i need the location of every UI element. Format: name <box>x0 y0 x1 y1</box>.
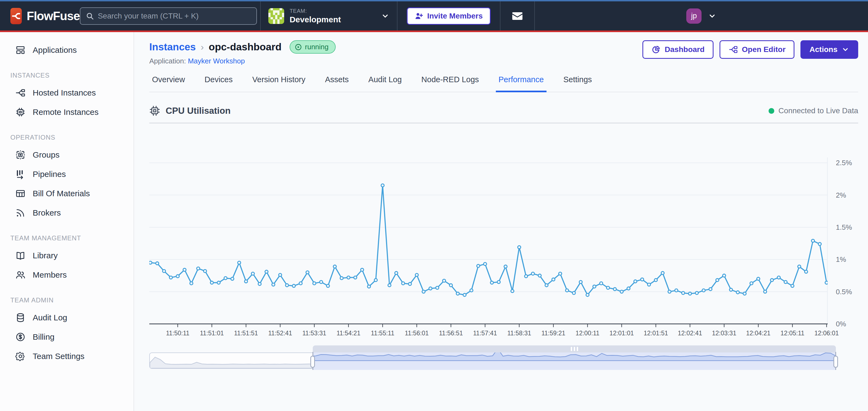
user-menu[interactable]: jp <box>535 8 868 24</box>
y-axis-tick-label: 1% <box>836 255 868 264</box>
sidebar-item-library[interactable]: Library <box>0 246 133 265</box>
library-icon <box>15 250 26 261</box>
team-selector[interactable]: TEAM: Development <box>261 8 397 24</box>
sidebar-item-audit-log[interactable]: Audit Log <box>0 308 133 327</box>
sidebar-item-hosted-instances[interactable]: Hosted Instances <box>0 83 133 102</box>
x-axis-tick-label: 12:06:01 <box>806 330 847 337</box>
brush-selection-window[interactable] <box>313 352 836 370</box>
brush-drag-handle[interactable] <box>313 345 836 352</box>
chevron-down-icon <box>708 12 716 20</box>
actions-button-label: Actions <box>809 45 837 54</box>
tab-node-red-logs[interactable]: Node-RED Logs <box>419 75 482 92</box>
main-content: Instances › opc-dashboard running Applic… <box>134 32 868 411</box>
tab-assets[interactable]: Assets <box>322 75 351 92</box>
tab-settings[interactable]: Settings <box>561 75 595 92</box>
tab-performance[interactable]: Performance <box>496 75 547 92</box>
sidebar-section-label: TEAM MANAGEMENT <box>10 234 133 242</box>
brush-selection[interactable] <box>313 345 836 370</box>
tab-devices[interactable]: Devices <box>202 75 236 92</box>
breadcrumb: Instances › opc-dashboard running <box>149 40 336 54</box>
live-status: Connected to Live Data <box>769 106 858 115</box>
tab-version-history[interactable]: Version History <box>250 75 308 92</box>
sidebar-section-label: INSTANCES <box>10 72 133 79</box>
audit-log-icon <box>15 312 26 323</box>
sidebar-item-label: Members <box>33 270 67 279</box>
sidebar-item-label: Library <box>33 251 58 260</box>
status-badge-label: running <box>305 43 329 51</box>
time-range-brush <box>149 345 836 370</box>
notifications-button[interactable] <box>500 10 534 22</box>
sidebar-item-label: Remote Instances <box>33 107 99 117</box>
logo-text: FlowFuse <box>27 9 80 23</box>
sidebar-item-pipelines[interactable]: Pipelines <box>0 164 133 184</box>
sidebar-item-members[interactable]: Members <box>0 265 133 284</box>
sidebar-item-billing[interactable]: Billing <box>0 327 133 346</box>
sidebar-item-bill-of-materials[interactable]: Bill Of Materials <box>0 184 133 203</box>
chart-pie-icon <box>651 45 661 54</box>
sidebar-item-label: Audit Log <box>33 313 67 322</box>
chevron-down-icon <box>381 12 389 20</box>
sidebar-item-team-settings[interactable]: Team Settings <box>0 346 133 366</box>
tab-audit-log[interactable]: Audit Log <box>366 75 405 92</box>
brush-right-handle[interactable] <box>833 356 838 368</box>
sidebar-nav: ApplicationsINSTANCESHosted InstancesRem… <box>0 32 134 411</box>
application-link[interactable]: Mayker Workshop <box>188 57 245 65</box>
search-icon <box>86 12 94 20</box>
sidebar-item-label: Brokers <box>33 208 61 217</box>
breadcrumb-instances-link[interactable]: Instances <box>149 41 196 53</box>
remote-instances-icon <box>15 107 26 117</box>
invite-members-button[interactable]: Invite Members <box>407 7 491 25</box>
invite-members-label: Invite Members <box>427 12 483 21</box>
sidebar-item-label: Bill Of Materials <box>33 189 90 198</box>
sidebar-section-label: OPERATIONS <box>10 134 133 141</box>
live-status-dot <box>769 108 774 114</box>
open-editor-button[interactable]: Open Editor <box>719 40 795 59</box>
status-badge: running <box>289 40 336 54</box>
page-title: opc-dashboard <box>209 41 281 53</box>
hosted-instances-icon <box>15 88 26 98</box>
grip-icon <box>571 347 572 351</box>
search-input[interactable] <box>98 12 251 21</box>
bill-of-materials-icon <box>15 189 26 199</box>
dashboard-button-label: Dashboard <box>665 45 705 54</box>
actions-button[interactable]: Actions <box>800 40 858 59</box>
sidebar-item-applications[interactable]: Applications <box>0 40 133 60</box>
sidebar-item-label: Billing <box>33 332 55 342</box>
brush-left-handle[interactable] <box>310 356 315 368</box>
sidebar-item-label: Team Settings <box>33 352 85 361</box>
billing-icon <box>15 332 26 342</box>
y-axis-tick-label: 0.5% <box>836 287 868 296</box>
applications-icon <box>15 45 26 55</box>
sidebar-section-label: TEAM ADMIN <box>10 297 133 304</box>
sidebar-item-label: Applications <box>33 45 77 55</box>
sidebar-item-label: Hosted Instances <box>33 88 96 97</box>
y-axis-tick-label: 0% <box>836 320 868 328</box>
user-plus-icon <box>415 12 423 21</box>
cpu-utilisation-chart: 0%0.5%1%1.5%2%2.5%11:50:1111:51:0111:51:… <box>149 140 828 341</box>
cpu-chip-icon <box>149 105 160 116</box>
team-avatar <box>268 8 284 24</box>
play-circle-icon <box>294 43 302 51</box>
y-axis-tick-label: 2.5% <box>836 159 868 167</box>
chevron-down-icon <box>842 46 849 53</box>
grip-icon <box>574 347 575 351</box>
sidebar-item-label: Pipelines <box>33 170 66 179</box>
team-search-box <box>80 7 257 25</box>
tab-overview[interactable]: Overview <box>149 75 188 92</box>
live-status-label: Connected to Live Data <box>778 106 858 115</box>
user-avatar: jp <box>686 8 702 24</box>
sidebar-item-brokers[interactable]: Brokers <box>0 203 133 222</box>
sidebar-item-label: Groups <box>33 150 59 160</box>
y-axis-tick-label: 1.5% <box>836 223 868 231</box>
breadcrumb-separator: › <box>201 42 204 52</box>
mail-icon <box>512 10 523 22</box>
top-navbar: FlowFuse TEAM: <box>0 0 868 32</box>
dashboard-button[interactable]: Dashboard <box>643 40 714 59</box>
node-red-fork-icon <box>728 45 738 54</box>
sidebar-item-groups[interactable]: Groups <box>0 145 133 164</box>
team-label: TEAM: <box>289 8 341 14</box>
sidebar-item-remote-instances[interactable]: Remote Instances <box>0 102 133 122</box>
flowfuse-logo[interactable]: FlowFuse <box>10 8 80 24</box>
team-name: Development <box>289 15 341 24</box>
instance-tabs: OverviewDevicesVersion HistoryAssetsAudi… <box>149 75 858 92</box>
